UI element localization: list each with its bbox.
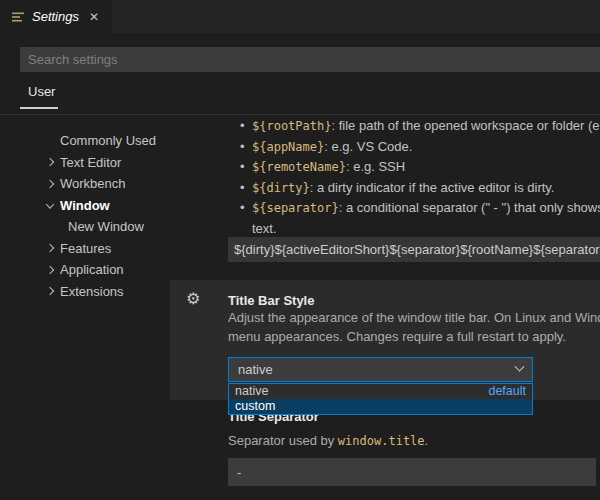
list-item-wrap: text. — [240, 219, 600, 239]
window-title-variable-list: ${rootPath}: file path of the opened wor… — [240, 121, 600, 238]
title-separator-input[interactable] — [228, 458, 596, 486]
option-native[interactable]: native default — [229, 384, 532, 399]
title-bar-style-description: Adjust the appearance of the window titl… — [228, 308, 600, 346]
settings-sliders-icon — [12, 11, 25, 23]
tab-user-scope[interactable]: User — [28, 84, 55, 99]
user-tab-underline — [20, 107, 58, 109]
option-custom[interactable]: custom — [229, 399, 532, 414]
chevron-down-icon — [515, 362, 525, 372]
settings-editor: Settings ✕ User Commonly Used Text Edito… — [0, 0, 600, 500]
title-bar-style-select[interactable]: native — [228, 357, 533, 382]
gear-icon[interactable]: ⚙ — [186, 291, 200, 307]
header-divider — [0, 114, 600, 115]
title-bar-style-heading: Title Bar Style — [228, 293, 314, 308]
list-item: ${remoteName}: e.g. SSH — [240, 157, 600, 178]
select-value: native — [238, 362, 273, 377]
editor-tab-strip: Settings ✕ — [0, 0, 600, 33]
title-separator-description: Separator used by window.title. — [228, 433, 428, 448]
settings-content: ${rootPath}: file path of the opened wor… — [0, 121, 600, 500]
list-item: ${dirty}: a dirty indicator if the activ… — [240, 178, 600, 199]
settings-tab[interactable]: Settings ✕ — [0, 0, 112, 33]
default-badge: default — [488, 384, 526, 399]
list-item: ${separator}: a conditional separator ("… — [240, 198, 600, 219]
list-item: ${appName}: e.g. VS Code. — [240, 137, 600, 158]
window-title-template-input[interactable] — [228, 237, 600, 262]
search-input[interactable] — [20, 47, 600, 72]
title-bar-style-dropdown: native default custom — [228, 383, 533, 415]
list-item: ${rootPath}: file path of the opened wor… — [240, 121, 600, 137]
tab-title: Settings — [32, 9, 79, 24]
close-icon[interactable]: ✕ — [89, 11, 99, 23]
